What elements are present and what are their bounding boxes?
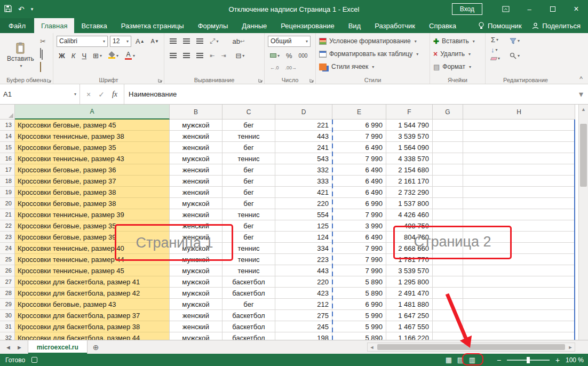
cell[interactable]: 6 490: [332, 142, 386, 153]
cell[interactable]: женский: [170, 142, 223, 153]
cell[interactable]: 3 990: [332, 220, 386, 232]
cell[interactable]: 7 990: [332, 254, 386, 265]
cell[interactable]: 6 490: [332, 164, 386, 176]
cell[interactable]: 333: [275, 176, 332, 187]
number-format-combo[interactable]: Общий▾: [268, 36, 311, 47]
cell[interactable]: [433, 276, 463, 288]
cell[interactable]: [433, 164, 463, 176]
zoom-out-button[interactable]: −: [495, 356, 503, 364]
cell[interactable]: мужской: [170, 276, 223, 288]
new-sheet-icon[interactable]: ⊕: [88, 340, 105, 354]
cell[interactable]: Кроссовки теннисные, размер 45: [15, 265, 170, 276]
cell[interactable]: 220: [275, 276, 332, 288]
zoom-slider[interactable]: [507, 360, 550, 361]
select-all-corner[interactable]: [0, 105, 15, 120]
cell[interactable]: Кроссовки для баскетбола, размер 42: [15, 288, 170, 299]
cell[interactable]: 7 990: [332, 131, 386, 142]
cell[interactable]: 241: [275, 142, 332, 153]
column-header-G[interactable]: G: [433, 105, 463, 120]
cell[interactable]: Кроссовки беговые, размер 38: [15, 187, 170, 198]
scroll-up-icon[interactable]: ▲: [579, 105, 588, 114]
ribbon-tab-8[interactable]: Разработчик: [368, 18, 422, 33]
maximize-button[interactable]: [541, 0, 565, 18]
cell[interactable]: 6 990: [332, 120, 386, 131]
row-header-17[interactable]: 17: [0, 164, 15, 176]
cell[interactable]: 2 732 290: [386, 187, 433, 198]
cell[interactable]: [433, 209, 463, 220]
cell[interactable]: [463, 198, 575, 209]
ribbon-tab-1[interactable]: Главная: [34, 18, 74, 33]
formula-input[interactable]: Наименование: [124, 84, 574, 104]
column-header-E[interactable]: E: [332, 105, 386, 120]
cell[interactable]: [463, 310, 575, 321]
row-header-21[interactable]: 21: [0, 209, 15, 220]
cell[interactable]: женский: [170, 209, 223, 220]
cell[interactable]: теннис: [223, 209, 275, 220]
orientation-button[interactable]: ⤢▾: [208, 36, 220, 46]
cell[interactable]: бег: [223, 142, 275, 153]
row-header-22[interactable]: 22: [0, 220, 15, 232]
cell[interactable]: Кроссовки беговые, размер 35: [15, 142, 170, 153]
cell[interactable]: 443: [275, 265, 332, 276]
cell[interactable]: Кроссовки для баскетбола, размер 41: [15, 276, 170, 288]
column-header-B[interactable]: B: [170, 105, 223, 120]
cell[interactable]: 543: [275, 153, 332, 164]
increase-indent-button[interactable]: ⇥: [219, 52, 228, 60]
cell[interactable]: 1 467 550: [386, 321, 433, 332]
row-header-28[interactable]: 28: [0, 288, 15, 299]
cell[interactable]: бег: [223, 120, 275, 131]
cell[interactable]: 4 338 570: [386, 153, 433, 164]
row-header-13[interactable]: 13: [0, 120, 15, 131]
ribbon-tab-0[interactable]: Файл: [0, 18, 34, 33]
column-header-C[interactable]: C: [223, 105, 275, 120]
minimize-button[interactable]: –: [518, 0, 541, 18]
name-box-chevron-icon[interactable]: ▾: [74, 92, 76, 97]
cell[interactable]: мужской: [170, 120, 223, 131]
cell[interactable]: [463, 153, 575, 164]
align-top-button[interactable]: [168, 38, 179, 45]
cell[interactable]: 6 990: [332, 198, 386, 209]
cell[interactable]: 5 990: [332, 321, 386, 332]
cell[interactable]: женский: [170, 176, 223, 187]
clipboard-dialog-launcher-icon[interactable]: [47, 78, 52, 83]
row-header-20[interactable]: 20: [0, 198, 15, 209]
wrap-text-button[interactable]: ab↩: [230, 37, 247, 46]
cell[interactable]: [433, 254, 463, 265]
row-header-27[interactable]: 27: [0, 276, 15, 288]
cell[interactable]: баскетбол: [223, 310, 275, 321]
cell[interactable]: [433, 153, 463, 164]
cell[interactable]: [433, 176, 463, 187]
cell[interactable]: женский: [170, 321, 223, 332]
cell[interactable]: мужской: [170, 153, 223, 164]
cell[interactable]: [463, 120, 575, 131]
vertical-scroll-thumb[interactable]: [580, 124, 587, 187]
cell[interactable]: Кроссовки для баскетбола, размер 44: [15, 332, 170, 340]
cell[interactable]: Кроссовки теннисные, размер 43: [15, 153, 170, 164]
zoom-in-button[interactable]: +: [554, 356, 561, 364]
underline-button[interactable]: Ч: [80, 51, 89, 60]
alignment-dialog-launcher-icon[interactable]: [258, 78, 263, 83]
cell[interactable]: [463, 288, 575, 299]
cell[interactable]: женский: [170, 187, 223, 198]
font-color-button[interactable]: А▾: [123, 51, 137, 60]
delete-cells-button[interactable]: ×Удалить▾: [433, 47, 483, 60]
cell[interactable]: теннис: [223, 254, 275, 265]
cell[interactable]: 1 481 880: [386, 299, 433, 310]
row-header-19[interactable]: 19: [0, 187, 15, 198]
cell[interactable]: баскетбол: [223, 332, 275, 340]
increase-font-button[interactable]: А▲: [133, 37, 147, 46]
ribbon-tab-4[interactable]: Формулы: [191, 18, 235, 33]
cell[interactable]: Кроссовки беговые, размер 43: [15, 299, 170, 310]
sheet-nav-prev-icon[interactable]: ◄: [5, 344, 11, 351]
cell[interactable]: [463, 131, 575, 142]
merge-center-button[interactable]: ⊟▾: [233, 51, 247, 60]
row-header-24[interactable]: 24: [0, 243, 15, 254]
collapse-ribbon-icon[interactable]: ^: [579, 75, 583, 83]
cell[interactable]: [433, 142, 463, 153]
cell[interactable]: Кроссовки теннисные, размер 38: [15, 131, 170, 142]
cell[interactable]: 5 890: [332, 288, 386, 299]
cell[interactable]: 245: [275, 321, 332, 332]
cell[interactable]: 332: [275, 164, 332, 176]
cell[interactable]: 554: [275, 209, 332, 220]
cell[interactable]: 5 890: [332, 276, 386, 288]
